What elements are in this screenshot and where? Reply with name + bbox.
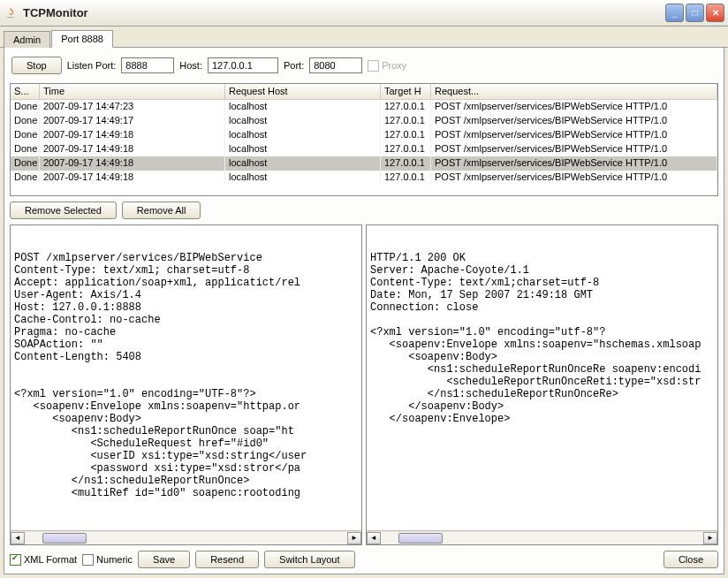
- header-status[interactable]: S...: [11, 84, 40, 99]
- cell-time: 2007-09-17 14:49:18: [40, 171, 225, 185]
- tab-port[interactable]: Port 8888: [51, 30, 113, 48]
- table-row[interactable]: Done2007-09-17 14:49:18localhost127.0.0.…: [11, 128, 717, 142]
- hscroll-track[interactable]: [25, 532, 347, 544]
- cell-reqhost: localhost: [225, 156, 381, 171]
- response-pane[interactable]: HTTP/1.1 200 OK Server: Apache-Coyote/1.…: [366, 224, 718, 545]
- cell-reqhost: localhost: [225, 171, 381, 185]
- cell-request: POST /xmlpserver/services/BIPWebService …: [431, 171, 717, 185]
- cell-time: 2007-09-17 14:47:23: [40, 100, 225, 114]
- scroll-right-icon[interactable]: ►: [703, 532, 717, 544]
- cell-time: 2007-09-17 14:49:18: [40, 156, 225, 171]
- cell-target: 127.0.0.1: [381, 128, 431, 142]
- request-hscrollbar[interactable]: ◄ ►: [11, 530, 361, 544]
- table-row[interactable]: Done2007-09-17 14:49:18localhost127.0.0.…: [11, 156, 717, 171]
- tab-admin[interactable]: Admin: [4, 31, 50, 48]
- detail-panes: POST /xmlpserver/services/BIPWebService …: [10, 224, 718, 545]
- numeric-label: Numeric: [96, 554, 133, 565]
- cell-target: 127.0.0.1: [381, 156, 431, 171]
- window-title: TCPMonitor: [23, 6, 665, 19]
- resend-button[interactable]: Resend: [195, 551, 259, 568]
- hscroll-thumb[interactable]: [398, 533, 443, 544]
- xml-format-checkbox-wrap[interactable]: XML Format: [10, 554, 77, 566]
- cell-target: 127.0.0.1: [381, 171, 431, 185]
- scroll-left-icon[interactable]: ◄: [11, 532, 25, 544]
- cell-target: 127.0.0.1: [381, 114, 431, 128]
- header-request[interactable]: Request...: [431, 84, 717, 99]
- window-controls: _ □ ✕: [665, 4, 724, 22]
- table-row[interactable]: Done2007-09-17 14:49:18localhost127.0.0.…: [11, 171, 717, 185]
- table-row[interactable]: Done2007-09-17 14:47:23localhost127.0.0.…: [11, 100, 717, 114]
- header-request-host[interactable]: Request Host: [225, 84, 381, 99]
- remove-buttons-row: Remove Selected Remove All: [10, 202, 718, 219]
- response-hscrollbar[interactable]: ◄ ►: [367, 530, 717, 544]
- listen-port-input[interactable]: [121, 57, 174, 73]
- java-icon: [4, 6, 18, 20]
- cell-request: POST /xmlpserver/services/BIPWebService …: [431, 100, 717, 114]
- response-content: HTTP/1.1 200 OK Server: Apache-Coyote/1.…: [370, 252, 714, 545]
- cell-target: 127.0.0.1: [381, 100, 431, 114]
- save-button[interactable]: Save: [138, 551, 190, 568]
- header-time[interactable]: Time: [40, 84, 225, 99]
- request-content: POST /xmlpserver/services/BIPWebService …: [14, 252, 358, 545]
- maximize-button[interactable]: □: [686, 4, 704, 22]
- cell-s: Done: [11, 142, 40, 156]
- cell-target: 127.0.0.1: [381, 142, 431, 156]
- stop-button[interactable]: Stop: [11, 57, 62, 74]
- numeric-checkbox[interactable]: [82, 554, 94, 566]
- requests-table: S... Time Request Host Target H Request.…: [10, 83, 718, 196]
- cell-s: Done: [11, 156, 40, 171]
- host-label: Host:: [179, 60, 202, 71]
- tab-strip: Admin Port 8888: [0, 27, 728, 48]
- close-window-button[interactable]: ✕: [706, 4, 724, 22]
- hscroll-track[interactable]: [381, 532, 703, 544]
- proxy-label: Proxy: [382, 60, 406, 71]
- minimize-button[interactable]: _: [665, 4, 684, 22]
- request-pane[interactable]: POST /xmlpserver/services/BIPWebService …: [10, 224, 362, 545]
- cell-request: POST /xmlpserver/services/BIPWebService …: [431, 142, 717, 156]
- table-row[interactable]: Done2007-09-17 14:49:17localhost127.0.0.…: [11, 114, 717, 128]
- listen-port-label: Listen Port:: [67, 60, 117, 71]
- close-button[interactable]: Close: [664, 551, 718, 568]
- cell-s: Done: [11, 171, 40, 185]
- cell-reqhost: localhost: [225, 142, 381, 156]
- cell-request: POST /xmlpserver/services/BIPWebService …: [431, 156, 717, 171]
- cell-reqhost: localhost: [225, 128, 381, 142]
- table-row[interactable]: Done2007-09-17 14:49:18localhost127.0.0.…: [11, 142, 717, 156]
- remove-selected-button[interactable]: Remove Selected: [10, 202, 117, 219]
- bottom-toolbar: XML Format Numeric Save Resend Switch La…: [10, 551, 718, 568]
- proxy-checkbox-wrap[interactable]: Proxy: [368, 60, 406, 72]
- main-content: Stop Listen Port: Host: Port: Proxy S...…: [4, 48, 724, 574]
- table-body[interactable]: Done2007-09-17 14:47:23localhost127.0.0.…: [11, 100, 717, 196]
- header-target-host[interactable]: Target H: [381, 84, 431, 99]
- titlebar: TCPMonitor _ □ ✕: [0, 0, 728, 27]
- hscroll-thumb[interactable]: [42, 533, 87, 544]
- cell-time: 2007-09-17 14:49:18: [40, 142, 225, 156]
- host-input[interactable]: [208, 57, 278, 73]
- switch-layout-button[interactable]: Switch Layout: [264, 551, 354, 568]
- port-input[interactable]: [309, 57, 362, 73]
- xml-format-label: XML Format: [24, 554, 77, 565]
- table-header: S... Time Request Host Target H Request.…: [11, 84, 717, 100]
- cell-request: POST /xmlpserver/services/BIPWebService …: [431, 114, 717, 128]
- scroll-left-icon[interactable]: ◄: [367, 532, 381, 544]
- cell-s: Done: [11, 100, 40, 114]
- proxy-checkbox[interactable]: [368, 60, 379, 72]
- remove-all-button[interactable]: Remove All: [122, 202, 201, 219]
- cell-s: Done: [11, 114, 40, 128]
- cell-time: 2007-09-17 14:49:17: [40, 114, 225, 128]
- port-label: Port:: [284, 60, 304, 71]
- cell-reqhost: localhost: [225, 100, 381, 114]
- cell-time: 2007-09-17 14:49:18: [40, 128, 225, 142]
- cell-reqhost: localhost: [225, 114, 381, 128]
- numeric-checkbox-wrap[interactable]: Numeric: [82, 554, 133, 566]
- connection-controls: Stop Listen Port: Host: Port: Proxy: [10, 53, 718, 78]
- scroll-right-icon[interactable]: ►: [347, 532, 361, 544]
- cell-request: POST /xmlpserver/services/BIPWebService …: [431, 128, 717, 142]
- cell-s: Done: [11, 128, 40, 142]
- xml-format-checkbox[interactable]: [10, 554, 21, 566]
